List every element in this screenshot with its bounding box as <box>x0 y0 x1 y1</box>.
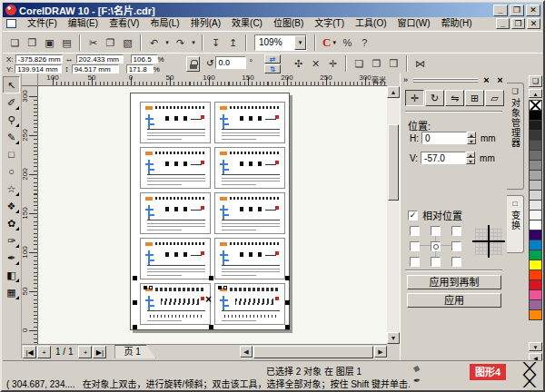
polygon-tool[interactable]: ☆ <box>3 180 20 197</box>
scale-mirror-tab-button[interactable]: ⇋ <box>445 90 464 106</box>
restore-button[interactable]: ❐ <box>510 5 524 16</box>
rotate-tab-button[interactable]: ↻ <box>425 90 444 106</box>
business-card[interactable] <box>140 283 211 325</box>
child-close-button[interactable]: ✕ <box>527 18 540 29</box>
nonproportional-lock-button[interactable] <box>186 56 200 72</box>
copy-button[interactable]: ❐ <box>102 34 119 51</box>
child-minimize-button[interactable]: _ <box>496 18 510 29</box>
menu-item[interactable]: 排列(A) <box>185 17 226 30</box>
palette-menu-button[interactable]: ❏ <box>529 75 542 87</box>
corel-community-button[interactable]: % <box>339 34 356 51</box>
scroll-left-button[interactable]: ◀ <box>240 346 253 358</box>
pick-tool[interactable]: ↖ <box>3 76 20 93</box>
chevron-down-icon[interactable]: ▾ <box>294 35 306 50</box>
freehand-tool[interactable]: ✎ <box>3 128 20 145</box>
palette-scroll-down-button[interactable]: ▼ <box>529 342 542 351</box>
anchor-point-checkbox[interactable] <box>451 241 461 251</box>
vertical-scroll-thumb[interactable] <box>388 124 399 201</box>
scroll-up-button[interactable]: ▲ <box>387 86 400 98</box>
new-document-button[interactable]: ❏ <box>6 34 24 51</box>
business-card[interactable] <box>214 102 285 143</box>
add-page-after-button[interactable]: + <box>78 346 92 358</box>
scroll-down-button[interactable]: ▼ <box>387 332 400 344</box>
zoom-level-combo[interactable]: 109% ▾ <box>254 34 307 51</box>
eyedropper-tool[interactable]: ✑ <box>3 231 20 249</box>
minimize-button[interactable]: _ <box>493 5 508 16</box>
anchor-point-checkbox[interactable] <box>451 226 461 236</box>
last-page-button[interactable]: ▶| <box>93 346 106 358</box>
weld-button[interactable]: ✣ <box>290 54 307 72</box>
object-x-position-field[interactable]: -375.826 mm <box>15 54 63 64</box>
menu-item[interactable]: 布局(L) <box>144 17 184 30</box>
apply-to-duplicate-button[interactable]: 应用到再制 <box>407 275 501 289</box>
drawing-canvas[interactable]: × <box>38 86 387 344</box>
redo-dropdown-button[interactable]: ▾ <box>189 34 198 51</box>
mirror-horizontal-button[interactable]: ⇄ <box>264 54 281 64</box>
anchor-point-checkbox[interactable] <box>410 241 420 251</box>
undo-button[interactable]: ↶ <box>145 34 163 51</box>
apply-button[interactable]: 应用 <box>407 293 501 308</box>
docker-group-close-button[interactable]: × <box>494 74 506 86</box>
open-button[interactable]: ❒ <box>24 34 41 51</box>
object-y-position-field[interactable]: 139.914 mm <box>15 64 62 74</box>
page-tab[interactable]: 页 1 <box>114 345 155 358</box>
redo-button[interactable]: ↷ <box>172 34 189 51</box>
to-front-button[interactable]: ❒ <box>385 54 402 72</box>
vertical-ruler[interactable]: 300250200150100500 <box>22 86 38 344</box>
palette-scroll-up-button[interactable]: ▲ <box>529 89 542 98</box>
menu-item[interactable]: 位图(B) <box>268 17 309 30</box>
scale-x-field[interactable]: 106.5 <box>131 54 158 64</box>
mirror-vertical-button[interactable]: ⇅ <box>264 64 281 74</box>
business-card[interactable] <box>140 102 211 143</box>
intersect-button[interactable]: ✛ <box>324 54 342 72</box>
object-width-field[interactable]: 202.433 mm <box>76 54 124 64</box>
convert-to-curves-button[interactable]: ⋈ <box>411 54 429 72</box>
v-position-input[interactable]: -57.0 <box>421 152 466 164</box>
scale-y-field[interactable]: 171.8 <box>126 64 154 74</box>
business-card[interactable] <box>140 147 211 189</box>
object-height-field[interactable]: 94.517 mm <box>72 64 119 74</box>
add-page-before-button[interactable]: + <box>37 346 51 358</box>
menu-item[interactable]: 编辑(E) <box>63 17 104 30</box>
rectangle-tool[interactable]: □ <box>3 145 20 162</box>
anchor-point-checkbox[interactable] <box>451 257 461 267</box>
business-card[interactable] <box>214 192 285 234</box>
ruler-origin[interactable] <box>22 74 38 86</box>
menu-item[interactable]: 文件(F) <box>22 17 63 30</box>
close-button[interactable]: ✕ <box>526 5 540 16</box>
trim-button[interactable]: ✕ <box>307 54 324 72</box>
horizontal-scroll-thumb[interactable] <box>253 346 373 358</box>
relative-position-checkbox[interactable]: ✓ <box>408 211 418 220</box>
titlebar[interactable]: CorelDRAW 10 - [F:\名片.cdr] _ ❐ ✕ <box>3 3 542 17</box>
docker-close-button[interactable]: × <box>481 74 492 86</box>
rotation-angle-field[interactable]: 0.0 <box>215 56 246 69</box>
anchor-point-checkbox[interactable] <box>431 257 441 267</box>
menu-item[interactable]: 工具(O) <box>350 17 391 30</box>
menu-item[interactable]: 窗口(W) <box>392 17 436 30</box>
ellipse-tool[interactable]: ○ <box>3 162 20 180</box>
horizontal-ruler[interactable]: 毫米 10050050100150200250300 <box>38 74 387 86</box>
import-button[interactable]: ↧ <box>207 34 224 51</box>
menu-item[interactable]: 效果(C) <box>226 17 268 30</box>
position-tab-button[interactable]: ✛ <box>405 90 424 106</box>
docker-grab-bar[interactable]: » × × <box>401 75 507 86</box>
color-swatch[interactable] <box>529 309 542 320</box>
basic-shapes-tool[interactable]: ❖ <box>3 197 20 214</box>
anchor-point-checkbox[interactable] <box>410 226 420 236</box>
document-page[interactable] <box>130 93 290 330</box>
business-card[interactable] <box>140 192 211 234</box>
business-card[interactable] <box>214 147 285 189</box>
menu-item[interactable]: 文字(T) <box>309 17 350 30</box>
scroll-right-button[interactable]: ▶ <box>374 346 387 358</box>
save-button[interactable]: ▣ <box>41 34 58 51</box>
group-button[interactable]: ❐ <box>368 54 385 72</box>
business-card[interactable] <box>140 238 211 279</box>
fill-tool[interactable]: ◧ <box>3 266 20 283</box>
export-button[interactable]: ↥ <box>224 34 242 51</box>
h-position-input[interactable]: 0 <box>421 132 467 144</box>
business-card[interactable] <box>214 283 285 325</box>
application-launcher-button[interactable]: C ▾ <box>320 34 339 51</box>
v-spinner[interactable] <box>466 152 475 164</box>
docker-collapse-button[interactable]: » <box>403 75 408 84</box>
paste-button[interactable]: ▧ <box>119 34 136 51</box>
